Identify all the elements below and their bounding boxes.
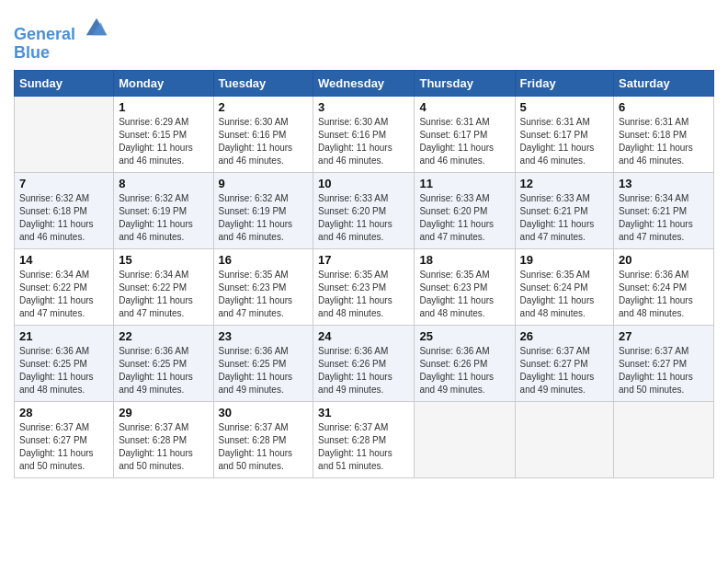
day-number: 10	[318, 177, 409, 190]
day-number: 5	[520, 100, 609, 114]
calendar-cell: 9Sunrise: 6:32 AMSunset: 6:19 PMDaylight…	[213, 172, 313, 248]
calendar-cell: 22Sunrise: 6:36 AMSunset: 6:25 PMDayligh…	[114, 325, 213, 401]
calendar-cell: 6Sunrise: 6:31 AMSunset: 6:18 PMDaylight…	[614, 96, 714, 172]
day-info: Sunrise: 6:36 AMSunset: 6:25 PMDaylight:…	[19, 345, 108, 396]
day-info: Sunrise: 6:34 AMSunset: 6:21 PMDaylight:…	[619, 192, 709, 244]
day-number: 3	[318, 100, 409, 114]
day-info: Sunrise: 6:35 AMSunset: 6:23 PMDaylight:…	[419, 269, 509, 320]
calendar-week-4: 21Sunrise: 6:36 AMSunset: 6:25 PMDayligh…	[15, 325, 714, 401]
day-number: 25	[419, 329, 509, 343]
day-number: 14	[19, 253, 108, 267]
calendar-cell: 24Sunrise: 6:36 AMSunset: 6:26 PMDayligh…	[313, 325, 415, 401]
logo-general: General	[14, 25, 75, 43]
day-info: Sunrise: 6:37 AMSunset: 6:27 PMDaylight:…	[619, 345, 709, 396]
day-info: Sunrise: 6:36 AMSunset: 6:25 PMDaylight:…	[119, 345, 208, 396]
calendar-cell: 25Sunrise: 6:36 AMSunset: 6:26 PMDayligh…	[415, 325, 515, 401]
day-number: 15	[119, 253, 208, 267]
day-info: Sunrise: 6:31 AMSunset: 6:17 PMDaylight:…	[419, 116, 509, 167]
calendar-cell	[15, 96, 114, 172]
day-number: 21	[19, 329, 108, 343]
day-info: Sunrise: 6:35 AMSunset: 6:23 PMDaylight:…	[219, 269, 309, 320]
day-number: 13	[619, 177, 709, 190]
day-info: Sunrise: 6:33 AMSunset: 6:20 PMDaylight:…	[318, 192, 409, 244]
weekday-header-sunday: Sunday	[15, 70, 114, 96]
day-info: Sunrise: 6:31 AMSunset: 6:18 PMDaylight:…	[619, 116, 709, 167]
calendar-week-1: 1Sunrise: 6:29 AMSunset: 6:15 PMDaylight…	[15, 96, 714, 172]
calendar-week-5: 28Sunrise: 6:37 AMSunset: 6:27 PMDayligh…	[15, 401, 714, 477]
day-info: Sunrise: 6:34 AMSunset: 6:22 PMDaylight:…	[19, 269, 108, 320]
header: General Blue	[14, 9, 714, 63]
day-info: Sunrise: 6:37 AMSunset: 6:28 PMDaylight:…	[119, 421, 208, 473]
page: General Blue SundayMondayTuesdayWednesda…	[0, 0, 728, 563]
calendar-cell: 31Sunrise: 6:37 AMSunset: 6:28 PMDayligh…	[313, 401, 415, 477]
day-info: Sunrise: 6:32 AMSunset: 6:19 PMDaylight:…	[119, 192, 208, 244]
day-info: Sunrise: 6:37 AMSunset: 6:28 PMDaylight:…	[219, 421, 309, 473]
calendar-cell: 15Sunrise: 6:34 AMSunset: 6:22 PMDayligh…	[114, 248, 213, 325]
weekday-header-friday: Friday	[515, 70, 613, 96]
day-number: 1	[119, 100, 208, 114]
weekday-header-monday: Monday	[114, 70, 213, 96]
logo: General Blue	[14, 14, 109, 63]
day-number: 23	[219, 329, 309, 343]
calendar-cell: 10Sunrise: 6:33 AMSunset: 6:20 PMDayligh…	[313, 172, 415, 248]
calendar-header-row: SundayMondayTuesdayWednesdayThursdayFrid…	[15, 70, 714, 96]
day-number: 20	[619, 253, 709, 267]
day-info: Sunrise: 6:36 AMSunset: 6:26 PMDaylight:…	[419, 345, 509, 396]
day-number: 9	[219, 177, 309, 190]
day-number: 12	[520, 177, 609, 190]
calendar-cell: 30Sunrise: 6:37 AMSunset: 6:28 PMDayligh…	[213, 401, 313, 477]
calendar-cell: 19Sunrise: 6:35 AMSunset: 6:24 PMDayligh…	[515, 248, 613, 325]
calendar-cell: 11Sunrise: 6:33 AMSunset: 6:20 PMDayligh…	[415, 172, 515, 248]
day-number: 27	[619, 329, 709, 343]
calendar-cell: 5Sunrise: 6:31 AMSunset: 6:17 PMDaylight…	[515, 96, 613, 172]
logo-icon	[84, 14, 109, 40]
weekday-header-tuesday: Tuesday	[213, 70, 313, 96]
calendar-table: SundayMondayTuesdayWednesdayThursdayFrid…	[14, 70, 714, 478]
day-number: 19	[520, 253, 609, 267]
calendar-cell: 7Sunrise: 6:32 AMSunset: 6:18 PMDaylight…	[15, 172, 114, 248]
calendar-cell: 2Sunrise: 6:30 AMSunset: 6:16 PMDaylight…	[213, 96, 313, 172]
day-number: 22	[119, 329, 208, 343]
calendar-cell: 28Sunrise: 6:37 AMSunset: 6:27 PMDayligh…	[15, 401, 114, 477]
calendar-cell: 18Sunrise: 6:35 AMSunset: 6:23 PMDayligh…	[415, 248, 515, 325]
calendar-cell: 16Sunrise: 6:35 AMSunset: 6:23 PMDayligh…	[213, 248, 313, 325]
day-number: 16	[219, 253, 309, 267]
day-info: Sunrise: 6:33 AMSunset: 6:21 PMDaylight:…	[520, 192, 609, 244]
day-number: 29	[119, 406, 208, 419]
day-number: 24	[318, 329, 409, 343]
day-number: 2	[219, 100, 309, 114]
day-info: Sunrise: 6:34 AMSunset: 6:22 PMDaylight:…	[119, 269, 208, 320]
day-info: Sunrise: 6:35 AMSunset: 6:23 PMDaylight:…	[318, 269, 409, 320]
day-info: Sunrise: 6:33 AMSunset: 6:20 PMDaylight:…	[419, 192, 509, 244]
day-info: Sunrise: 6:30 AMSunset: 6:16 PMDaylight:…	[219, 116, 309, 167]
calendar-cell: 17Sunrise: 6:35 AMSunset: 6:23 PMDayligh…	[313, 248, 415, 325]
day-info: Sunrise: 6:30 AMSunset: 6:16 PMDaylight:…	[318, 116, 409, 167]
day-number: 7	[19, 177, 108, 190]
calendar-cell	[515, 401, 613, 477]
calendar-cell: 3Sunrise: 6:30 AMSunset: 6:16 PMDaylight…	[313, 96, 415, 172]
day-number: 26	[520, 329, 609, 343]
calendar-cell	[415, 401, 515, 477]
calendar-cell: 26Sunrise: 6:37 AMSunset: 6:27 PMDayligh…	[515, 325, 613, 401]
calendar-cell: 13Sunrise: 6:34 AMSunset: 6:21 PMDayligh…	[614, 172, 714, 248]
day-number: 17	[318, 253, 409, 267]
day-info: Sunrise: 6:36 AMSunset: 6:25 PMDaylight:…	[219, 345, 309, 396]
day-info: Sunrise: 6:37 AMSunset: 6:28 PMDaylight:…	[318, 421, 409, 473]
calendar-cell: 20Sunrise: 6:36 AMSunset: 6:24 PMDayligh…	[614, 248, 714, 325]
calendar-cell: 4Sunrise: 6:31 AMSunset: 6:17 PMDaylight…	[415, 96, 515, 172]
calendar-cell: 1Sunrise: 6:29 AMSunset: 6:15 PMDaylight…	[114, 96, 213, 172]
day-number: 28	[19, 406, 108, 419]
day-number: 31	[318, 406, 409, 419]
day-info: Sunrise: 6:36 AMSunset: 6:26 PMDaylight:…	[318, 345, 409, 396]
day-info: Sunrise: 6:37 AMSunset: 6:27 PMDaylight:…	[19, 421, 108, 473]
calendar-week-2: 7Sunrise: 6:32 AMSunset: 6:18 PMDaylight…	[15, 172, 714, 248]
day-info: Sunrise: 6:32 AMSunset: 6:19 PMDaylight:…	[219, 192, 309, 244]
weekday-header-saturday: Saturday	[614, 70, 714, 96]
day-info: Sunrise: 6:37 AMSunset: 6:27 PMDaylight:…	[520, 345, 609, 396]
day-number: 4	[419, 100, 509, 114]
calendar-cell: 14Sunrise: 6:34 AMSunset: 6:22 PMDayligh…	[15, 248, 114, 325]
day-info: Sunrise: 6:29 AMSunset: 6:15 PMDaylight:…	[119, 116, 208, 167]
calendar-cell: 12Sunrise: 6:33 AMSunset: 6:21 PMDayligh…	[515, 172, 613, 248]
day-number: 18	[419, 253, 509, 267]
day-info: Sunrise: 6:36 AMSunset: 6:24 PMDaylight:…	[619, 269, 709, 320]
